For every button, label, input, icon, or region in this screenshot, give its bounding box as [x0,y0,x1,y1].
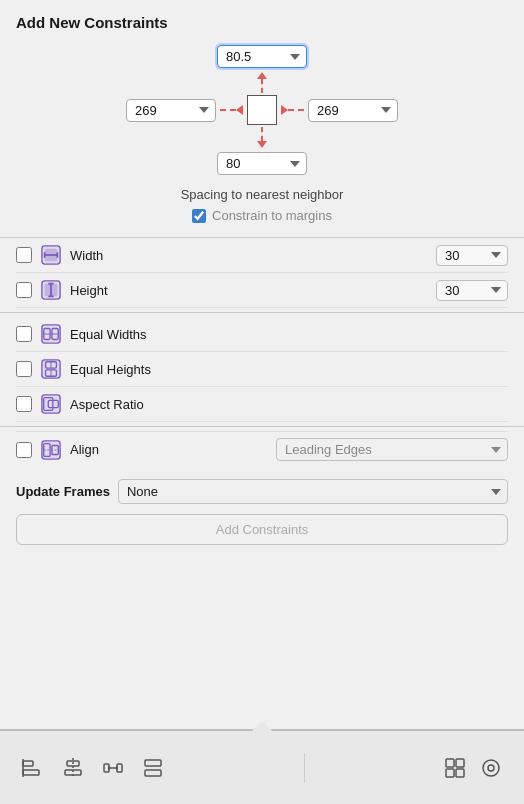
width-checkbox[interactable] [16,247,32,263]
align-left-icon[interactable] [20,755,46,781]
align-spacing-icon[interactable] [100,755,126,781]
bottom-spacing-select[interactable]: 80 [217,152,307,175]
stack-icon[interactable] [140,755,166,781]
panel-title: Add New Constraints [16,14,508,31]
spacing-diagram: 80.5 269 [16,45,508,181]
top-spacing-select[interactable]: 80.5 [217,45,307,68]
aspect-ratio-label: Aspect Ratio [70,397,508,412]
align-row: Align Leading Edges [16,431,508,467]
height-checkbox[interactable] [16,282,32,298]
constrain-margins-row: Constrain to margins [16,208,508,223]
separator-2 [0,312,524,313]
svg-rect-48 [446,769,454,777]
width-row: Width 30 [16,238,508,273]
separator-3 [0,426,524,427]
equal-heights-label: Equal Heights [70,362,508,377]
horizontal-arrows [220,95,304,125]
height-label: Height [70,283,436,298]
equal-widths-checkbox[interactable] [16,326,32,342]
align-center-horizontal-icon[interactable] [60,755,86,781]
left-dashed-line [220,109,236,111]
left-spacing-select[interactable]: 269 [126,99,216,122]
align-checkbox[interactable] [16,442,32,458]
align-label: Align [70,442,270,457]
constrain-margins-checkbox[interactable] [192,209,206,223]
equal-heights-checkbox[interactable] [16,361,32,377]
update-frames-row: Update Frames None [16,479,508,504]
svg-rect-33 [23,761,33,766]
constrain-margins-label: Constrain to margins [212,208,332,223]
toolbar-left-icons [20,755,166,781]
equal-heights-icon [40,358,62,380]
spacing-label: Spacing to nearest neighbor [16,187,508,202]
svg-rect-34 [23,770,39,775]
center-box [247,95,277,125]
equal-widths-label: Equal Widths [70,327,508,342]
svg-rect-44 [145,760,161,766]
bottom-spacing-row: 80 [217,152,307,175]
add-constraints-panel: Add New Constraints 80.5 269 [0,0,524,730]
toolbar-arrow [252,721,272,731]
aspect-ratio-checkbox[interactable] [16,396,32,412]
toolbar-right-icons [442,755,504,781]
align-value-select[interactable]: Leading Edges [276,438,508,461]
update-frames-label: Update Frames [16,484,110,499]
grid-layout-icon[interactable] [442,755,468,781]
svg-rect-49 [456,769,464,777]
height-row: Height 30 [16,273,508,308]
right-arrow-icon [281,105,288,115]
right-dashed-line [288,109,304,111]
svg-rect-45 [145,770,161,776]
pin-icon[interactable] [478,755,504,781]
toolbar-divider [304,753,305,783]
height-icon [40,279,62,301]
align-icon [40,439,62,461]
aspect-ratio-icon [40,393,62,415]
width-icon [40,244,62,266]
top-spacing-row: 80.5 [217,45,307,68]
width-value-select[interactable]: 30 [436,245,508,266]
add-constraints-button[interactable]: Add Constraints [16,514,508,545]
right-spacing-select[interactable]: 269 [308,99,398,122]
equal-heights-row: Equal Heights [16,352,508,387]
equal-widths-icon [40,323,62,345]
bottom-toolbar [0,730,524,804]
bottom-dashed-line [261,127,263,141]
top-dashed-line [261,79,263,93]
svg-rect-47 [456,759,464,767]
equal-widths-row: Equal Widths [16,317,508,352]
middle-spacing-row: 269 [126,72,398,148]
width-label: Width [70,248,436,263]
aspect-ratio-row: Aspect Ratio [16,387,508,422]
height-value-select[interactable]: 30 [436,280,508,301]
svg-point-51 [488,765,494,771]
update-frames-select[interactable]: None [118,479,508,504]
svg-point-50 [483,760,499,776]
left-arrow-icon [236,105,243,115]
svg-rect-46 [446,759,454,767]
bottom-arrow-icon [257,141,267,148]
top-arrow-icon [257,72,267,79]
